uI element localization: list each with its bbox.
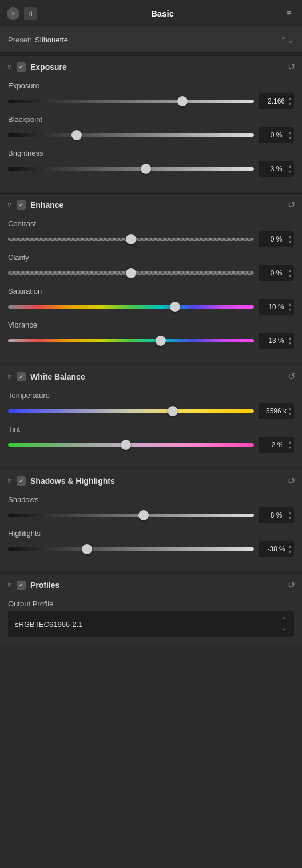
- slider-control-1: 0 % ▲ ▼: [8, 127, 294, 143]
- header: × ⏸ Basic ≡: [0, 0, 302, 27]
- section-chevron-icon[interactable]: ∨: [7, 63, 12, 71]
- slider-track-container-1[interactable]: [8, 439, 254, 451]
- spinner-down-2[interactable]: ▼: [287, 169, 293, 174]
- reset-button-enhance[interactable]: ↺: [288, 199, 295, 210]
- spinner-1: ▲ ▼: [287, 545, 293, 554]
- spinner-down-2[interactable]: ▼: [287, 307, 293, 312]
- slider-track-container-2[interactable]: [8, 163, 254, 175]
- section-chevron-icon[interactable]: ∨: [7, 373, 12, 381]
- spinner-down-0[interactable]: ▼: [287, 102, 293, 106]
- menu-button[interactable]: ≡: [283, 7, 295, 20]
- slider-row-saturation: Saturation 10 % ▲ ▼: [8, 287, 294, 315]
- slider-value-box-2: 10 % ▲ ▼: [259, 299, 294, 315]
- slider-value-text-3: 13 %: [268, 337, 284, 345]
- spinner-0: ▲ ▼: [287, 235, 293, 244]
- spinner-down-1[interactable]: ▼: [287, 274, 293, 278]
- close-button[interactable]: ×: [7, 7, 19, 20]
- spinner-up-2[interactable]: ▲: [287, 164, 293, 169]
- slider-track-container-0[interactable]: [8, 510, 254, 521]
- spinner-up-2[interactable]: ▲: [287, 302, 293, 307]
- slider-label-0: Contrast: [8, 219, 294, 228]
- section-title-shadows-highlights: Shadows & Highlights: [30, 476, 288, 486]
- spinner-down-0[interactable]: ▼: [287, 240, 293, 244]
- slider-track-container-1[interactable]: [8, 267, 254, 279]
- slider-track-container-1[interactable]: [8, 543, 254, 555]
- spinner-down-0[interactable]: ▼: [287, 516, 293, 520]
- slider-thumb-3[interactable]: [156, 336, 166, 346]
- slider-track-container-1[interactable]: [8, 129, 254, 141]
- slider-thumb-1[interactable]: [82, 544, 92, 554]
- spinner-up-0[interactable]: ▲: [287, 407, 293, 411]
- spinner-0: ▲ ▼: [287, 511, 293, 520]
- slider-track-0: [8, 514, 254, 517]
- section-checkbox-white-balance[interactable]: ✓: [17, 372, 26, 381]
- spinner-2: ▲ ▼: [287, 164, 293, 174]
- panel-title: Basic: [42, 9, 283, 18]
- preset-value: Silhouette: [35, 35, 280, 44]
- slider-row-highlights: Highlights -38 % ▲ ▼: [8, 529, 294, 557]
- spinner-up-1[interactable]: ▲: [287, 440, 293, 445]
- spinner-down-3[interactable]: ▼: [287, 341, 293, 346]
- section-chevron-icon[interactable]: ∨: [7, 581, 12, 589]
- section-chevron-icon[interactable]: ∨: [7, 201, 12, 209]
- spinner-down-0[interactable]: ▼: [287, 412, 293, 416]
- slider-track-container-0[interactable]: [8, 96, 254, 107]
- slider-label-0: Temperature: [8, 391, 294, 400]
- pause-button[interactable]: ⏸: [24, 7, 37, 20]
- reset-button-white-balance[interactable]: ↺: [288, 371, 295, 382]
- slider-row-brightness: Brightness 3 % ▲ ▼: [8, 149, 294, 177]
- slider-value-box-0: 8 % ▲ ▼: [259, 507, 294, 523]
- slider-track-container-0[interactable]: [8, 234, 254, 245]
- spinner-up-0[interactable]: ▲: [287, 235, 293, 239]
- spinner-down-1[interactable]: ▼: [287, 550, 293, 554]
- slider-track-1: [8, 443, 254, 447]
- section-checkbox-exposure[interactable]: ✓: [17, 62, 26, 72]
- slider-thumb-0[interactable]: [138, 510, 149, 520]
- reset-button-profiles[interactable]: ↺: [288, 579, 295, 590]
- slider-thumb-0[interactable]: [177, 96, 188, 106]
- slider-track-container-3[interactable]: [8, 335, 254, 346]
- spinner-up-3[interactable]: ▲: [287, 336, 293, 341]
- slider-thumb-0[interactable]: [126, 234, 136, 244]
- slider-track-2: [8, 167, 254, 171]
- slider-label-2: Brightness: [8, 149, 294, 157]
- slider-row-contrast: Contrast 0 % ▲ ▼: [8, 219, 294, 247]
- slider-label-1: Blackpoint: [8, 115, 294, 124]
- reset-button-exposure[interactable]: ↺: [288, 61, 295, 72]
- slider-thumb-1[interactable]: [126, 268, 136, 278]
- slider-track-1: [8, 271, 254, 275]
- slider-thumb-1[interactable]: [71, 130, 82, 140]
- spinner-up-0[interactable]: ▲: [287, 97, 293, 101]
- slider-thumb-2[interactable]: [141, 164, 151, 174]
- section-checkbox-shadows-highlights[interactable]: ✓: [17, 476, 26, 486]
- slider-row-temperature: Temperature 5596 k ▲ ▼: [8, 391, 294, 419]
- spinner-down-1[interactable]: ▼: [287, 445, 293, 450]
- spinner-up-0[interactable]: ▲: [287, 511, 293, 515]
- output-profile-box[interactable]: sRGB IEC61966-2.1 ⌃⌄: [8, 611, 294, 637]
- slider-thumb-2[interactable]: [170, 302, 180, 312]
- section-checkbox-enhance[interactable]: ✓: [17, 200, 26, 210]
- slider-track-container-0[interactable]: [8, 405, 254, 417]
- slider-value-text-0: 2.166: [268, 97, 285, 105]
- spinner-up-1[interactable]: ▲: [287, 269, 293, 273]
- slider-value-text-1: -2 %: [269, 441, 284, 449]
- spinner-down-1[interactable]: ▼: [287, 136, 293, 140]
- section-checkbox-profiles[interactable]: ✓: [17, 581, 26, 590]
- output-profile-value: sRGB IEC61966-2.1: [15, 620, 83, 629]
- slider-value-text-1: 0 %: [271, 131, 283, 139]
- spinner-up-1[interactable]: ▲: [287, 545, 293, 549]
- slider-value-box-2: 3 % ▲ ▼: [259, 161, 294, 177]
- slider-value-box-1: 0 % ▲ ▼: [259, 127, 294, 143]
- slider-thumb-0[interactable]: [168, 406, 178, 416]
- slider-track-container-2[interactable]: [8, 301, 254, 313]
- section-chevron-icon[interactable]: ∨: [7, 477, 12, 485]
- spinner-up-1[interactable]: ▲: [287, 131, 293, 135]
- reset-button-shadows-highlights[interactable]: ↺: [288, 475, 295, 486]
- slider-thumb-1[interactable]: [121, 440, 131, 450]
- spinner-1: ▲ ▼: [287, 269, 293, 278]
- preset-label: Preset:: [8, 35, 31, 44]
- slider-control-3: 13 % ▲ ▼: [8, 333, 294, 349]
- menu-icon: ≡: [286, 9, 291, 19]
- preset-bar[interactable]: Preset: Silhouette ⌃⌄: [0, 27, 302, 53]
- output-profile-chevron-icon: ⌃⌄: [281, 616, 287, 632]
